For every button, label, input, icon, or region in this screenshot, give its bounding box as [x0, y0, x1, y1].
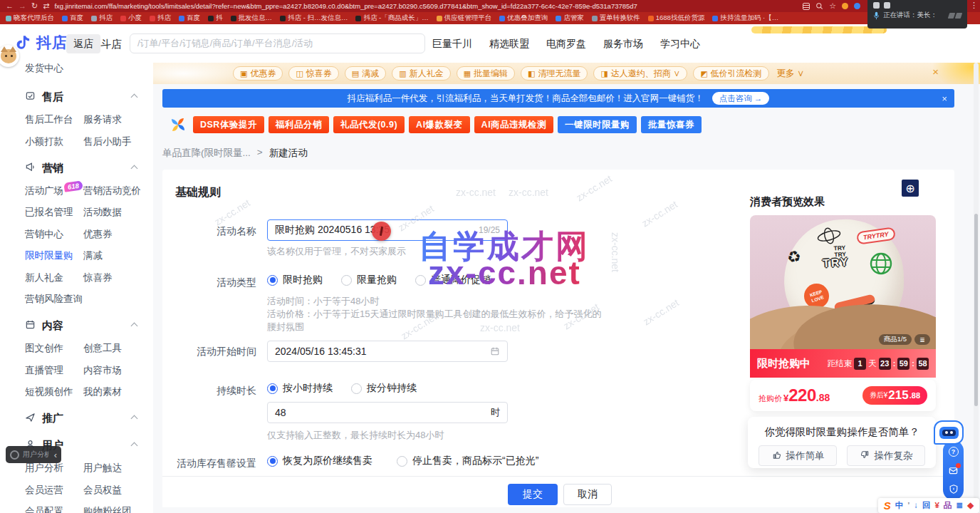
sidebar-item-活动数据[interactable]: 活动数据 [83, 206, 153, 219]
collapse-chevron-icon[interactable]: ‹ [54, 450, 57, 460]
promo-close-icon[interactable]: × [932, 66, 939, 78]
sidebar-item-短视频创作[interactable]: 短视频创作 [25, 385, 83, 398]
sidebar-item-会员配置[interactable]: 会员配置 [25, 505, 83, 513]
scrollbar-thumb[interactable] [974, 214, 978, 406]
sidebar-section-header[interactable]: 推广 [25, 412, 142, 425]
radio-限时抢购[interactable]: 限时抢购 [267, 274, 323, 286]
ime-item[interactable]: ’ [907, 502, 909, 510]
extension-fox-icon[interactable] [842, 3, 848, 9]
bookmark-item[interactable]: 抖店 -「商品成长」… [355, 14, 428, 23]
tool-button-一键限时限量购[interactable]: 一键限时限量购 [558, 116, 637, 133]
survey-button-操作简单[interactable]: 操作简单 [759, 445, 837, 466]
overlay-window-icon[interactable] [884, 2, 890, 9]
bookmark-item[interactable]: 小度 [120, 14, 142, 23]
ime-item[interactable]: 回 [922, 502, 931, 510]
promo-pill-新人礼金[interactable]: ▥新人礼金 [392, 66, 450, 81]
ime-item[interactable]: ↓ [914, 502, 918, 510]
reload-icon[interactable]: ↻ [31, 2, 38, 10]
back-to-shop-button[interactable]: 返店 [66, 34, 100, 53]
radio-按分钟持续[interactable]: 按分钟持续 [351, 382, 417, 395]
radio-停止售卖，商品标示“已抢光”[interactable]: 停止售卖，商品标示“已抢光” [397, 455, 538, 467]
nav-link-服务市场[interactable]: 服务市场 [603, 38, 643, 51]
bookmark-item[interactable]: 置单转换软件 [592, 14, 640, 23]
sidebar-item-发货中心[interactable]: 发货中心 [25, 63, 153, 75]
bookmark-item[interactable]: 抖店 [150, 14, 171, 23]
sidebar-section-header[interactable]: 售后 [25, 90, 142, 104]
tool-button-福利品分销[interactable]: 福利品分销 [269, 116, 329, 133]
extension-blue-icon[interactable] [854, 3, 860, 9]
promo-pill-满减[interactable]: ▤满减 [345, 66, 386, 81]
sidebar-item-惊喜券[interactable]: 惊喜券 [83, 271, 153, 284]
promo-more-button[interactable]: 更多 ∨ [777, 68, 805, 80]
translate-icon[interactable] [803, 3, 810, 10]
bookmark-item[interactable]: 百度 [62, 14, 83, 23]
sidebar-item-限时限量购[interactable]: 限时限量购 [25, 249, 83, 262]
sidebar-item-用户分析[interactable]: 用户分析 [25, 462, 83, 475]
zoom-plus-icon[interactable]: ⊕ [902, 180, 919, 197]
sidebar-item-营销中心[interactable]: 营销中心 [25, 228, 83, 241]
sidebar-item-满减[interactable]: 满减 [83, 249, 153, 262]
ime-item[interactable]: ≣ [956, 502, 964, 510]
bookmark-item[interactable]: 晓客代理后台 [6, 14, 54, 23]
sidebar-item-用户触达[interactable]: 用户触达 [83, 462, 153, 475]
submit-button[interactable]: 提交 [508, 484, 558, 505]
calendar-icon[interactable] [490, 346, 500, 356]
global-search-input[interactable]: /订单/平台/订销息/商品/订单/平台消息/活动 [130, 33, 425, 53]
bookmark-item[interactable]: 抖 [208, 14, 223, 23]
sidebar-item-已报名管理[interactable]: 已报名管理 [25, 206, 83, 219]
cancel-button[interactable]: 取消 [563, 484, 612, 505]
feedback-inbox-icon[interactable] [948, 465, 959, 476]
tab-switch-icon[interactable]: ⇄ [43, 2, 49, 10]
bookmark-item[interactable]: 抖店 - 扫…发信息… [280, 14, 348, 23]
forward-icon[interactable]: → [19, 2, 26, 10]
record-button-icon[interactable] [10, 450, 19, 460]
nav-link-精选联盟[interactable]: 精选联盟 [489, 38, 529, 51]
radio-限量抢购[interactable]: 限量抢购 [341, 274, 397, 286]
sogou-logo-icon[interactable]: S [884, 499, 891, 512]
tool-button-AI爆款裂变[interactable]: AI爆款裂变 [409, 116, 470, 133]
sidebar-item-我的素材[interactable]: 我的素材 [83, 385, 153, 398]
url-text[interactable]: fxg.jinritemai.com/ffa/marketing/tools/l… [54, 2, 798, 10]
back-icon[interactable]: ← [6, 2, 14, 10]
ime-item[interactable]: ◆ [967, 502, 974, 510]
help-question-icon[interactable]: ? [948, 446, 959, 457]
promo-pill-清理无流量[interactable]: ◧清理无流量 [521, 66, 588, 81]
recorder-overlay-pill[interactable]: 用户分析 ‹ [6, 446, 61, 463]
sidebar-section-header[interactable]: 内容 [25, 319, 142, 333]
start-time-input[interactable]: 2024/05/16 13:45:31 [267, 341, 508, 362]
shield-icon[interactable] [948, 483, 959, 494]
promo-pill-达人邀约、招商 ∨[interactable]: ◨达人邀约、招商 ∨ [593, 66, 687, 81]
blue-banner-close-icon[interactable]: × [942, 93, 947, 104]
sidebar-item-新人礼金[interactable]: 新人礼金 [25, 271, 83, 284]
bookmark-item[interactable]: 1688找低价货源 [648, 14, 705, 23]
sidebar-item-购物粉丝团[interactable]: 购物粉丝团 [83, 505, 153, 513]
nav-link-学习中心[interactable]: 学习中心 [660, 38, 700, 51]
doudian-logo[interactable]: 抖店 [14, 33, 68, 53]
sidebar-item-优惠券[interactable]: 优惠券 [83, 228, 153, 241]
sidebar-item-营销活动竞价[interactable]: 营销活动竞价 [83, 185, 153, 197]
breadcrumb-parent[interactable]: 单品直降(限时限量... [162, 147, 251, 160]
tool-button-AI商品违规检测[interactable]: AI商品违规检测 [474, 116, 554, 133]
promo-pill-优惠券[interactable]: ▣优惠券 [233, 66, 283, 81]
ime-item[interactable]: 中 [895, 502, 904, 510]
sidebar-item-创意工具[interactable]: 创意工具 [83, 342, 153, 355]
tool-button-礼品代发(0.9)[interactable]: 礼品代发(0.9) [333, 116, 405, 133]
sidebar-item-图文创作[interactable]: 图文创作 [25, 342, 83, 355]
nav-link-电商罗盘[interactable]: 电商罗盘 [546, 38, 586, 51]
sidebar-item-售后工作台[interactable]: 售后工作台 [25, 113, 83, 126]
promo-pill-低价引流检测[interactable]: ◩低价引流检测 [693, 66, 768, 81]
tool-button-批量惊喜券[interactable]: 批量惊喜券 [641, 116, 702, 133]
browser-menu-icon[interactable]: ⋮ [970, 1, 978, 10]
sidebar-item-售后小助手[interactable]: 售后小助手 [83, 135, 153, 148]
duration-input[interactable]: 48 时 [267, 402, 508, 423]
radio-恢复为原价继续售卖[interactable]: 恢复为原价继续售卖 [267, 455, 372, 467]
radio-按小时持续[interactable]: 按小时持续 [267, 382, 333, 395]
sidebar-item-内容市场[interactable]: 内容市场 [83, 364, 153, 377]
promo-pill-批量编辑[interactable]: ▦批量编辑 [457, 66, 515, 81]
zoom-icon[interactable] [815, 2, 823, 10]
bookmark-star-icon[interactable]: ☆ [829, 2, 836, 10]
bookmark-item[interactable]: 扶持流量加码 ·【… [712, 14, 778, 23]
sidebar-item-会员运营[interactable]: 会员运营 [25, 484, 83, 497]
consult-button[interactable]: 点击咨询 → [712, 92, 770, 105]
bookmark-item[interactable]: 店管家 [556, 14, 584, 23]
